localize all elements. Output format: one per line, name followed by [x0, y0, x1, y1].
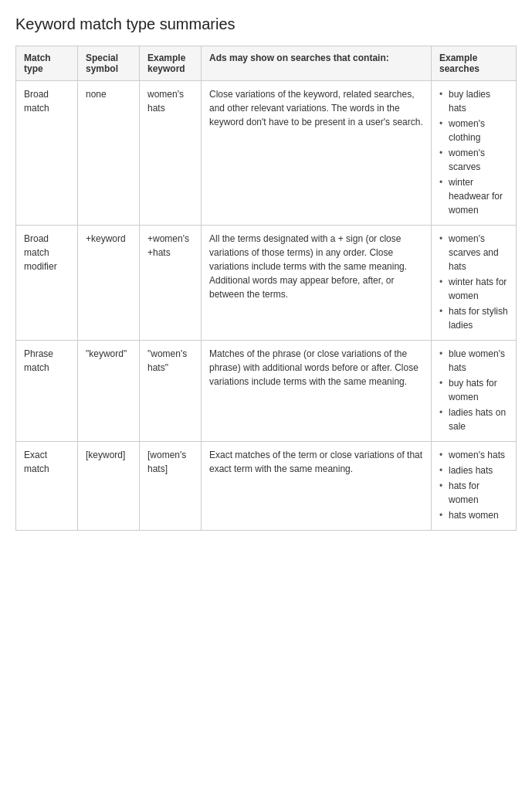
- cell-special-symbol: +keyword: [78, 226, 140, 341]
- match-type-table: Match type Special symbol Example keywor…: [15, 46, 517, 531]
- list-item: women's scarves and hats: [439, 232, 508, 273]
- cell-ads-description: Close variations of the keyword, related…: [202, 81, 432, 226]
- list-item: winter headwear for women: [439, 175, 508, 217]
- cell-example-searches: buy ladies hatswomen's clothingwomen's s…: [432, 81, 517, 226]
- table-row: Broad matchnonewomen's hatsClose variati…: [16, 81, 517, 226]
- list-item: hats women: [439, 508, 508, 522]
- cell-example-keyword: [women's hats]: [140, 442, 202, 531]
- cell-special-symbol: "keyword": [78, 341, 140, 442]
- cell-ads-description: Matches of the phrase (or close variatio…: [202, 341, 432, 442]
- list-item: women's clothing: [439, 117, 508, 144]
- cell-example-searches: blue women's hatsbuy hats for womenladie…: [432, 341, 517, 442]
- list-item: hats for women: [439, 479, 508, 507]
- cell-example-keyword: "women's hats": [140, 341, 202, 442]
- list-item: ladies hats: [439, 463, 508, 477]
- header-match-type: Match type: [16, 46, 78, 81]
- cell-example-searches: women's scarves and hatswinter hats for …: [432, 226, 517, 341]
- cell-match-type: Phrase match: [16, 341, 78, 442]
- cell-match-type: Exact match: [16, 442, 78, 531]
- list-item: women's hats: [439, 448, 508, 462]
- cell-example-keyword: +women's +hats: [140, 226, 202, 341]
- list-item: blue women's hats: [439, 347, 508, 375]
- table-row: Broad match modifier+keyword+women's +ha…: [16, 226, 517, 341]
- list-item: buy ladies hats: [439, 87, 508, 115]
- header-example-keyword: Example keyword: [140, 46, 202, 81]
- list-item: hats for stylish ladies: [439, 304, 508, 332]
- cell-special-symbol: none: [78, 81, 140, 226]
- cell-special-symbol: [keyword]: [78, 442, 140, 531]
- list-item: ladies hats on sale: [439, 406, 508, 433]
- table-row: Exact match[keyword][women's hats]Exact …: [16, 442, 517, 531]
- cell-example-searches: women's hatsladies hatshats for womenhat…: [432, 442, 517, 531]
- header-example-searches: Example searches: [432, 46, 517, 81]
- cell-match-type: Broad match modifier: [16, 226, 78, 341]
- page-title: Keyword match type summaries: [15, 15, 517, 33]
- header-special-symbol: Special symbol: [78, 46, 140, 81]
- header-ads-show: Ads may show on searches that contain:: [202, 46, 432, 81]
- list-item: women's scarves: [439, 146, 508, 174]
- cell-example-keyword: women's hats: [140, 81, 202, 226]
- list-item: buy hats for women: [439, 376, 508, 404]
- list-item: winter hats for women: [439, 275, 508, 303]
- cell-match-type: Broad match: [16, 81, 78, 226]
- cell-ads-description: Exact matches of the term or close varia…: [202, 442, 432, 531]
- table-row: Phrase match"keyword""women's hats"Match…: [16, 341, 517, 442]
- cell-ads-description: All the terms designated with a + sign (…: [202, 226, 432, 341]
